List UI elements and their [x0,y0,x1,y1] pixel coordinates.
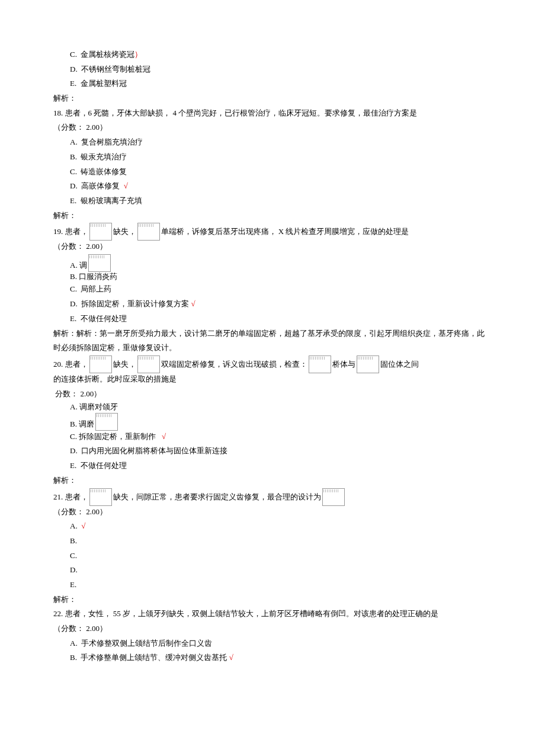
q19-d-text: 拆除固定桥，重新设计修复方案 [81,299,189,308]
q18-d: D. 高嵌体修复 √ [70,179,492,194]
q21-a: A. √ [70,519,492,534]
q20-e-text: 不做任何处理 [81,461,127,470]
q21-d: D. [70,563,492,578]
q19-a: A. 调 [70,254,492,271]
q20-c-mark: √ [162,432,166,441]
q21-score: （分数： 2.00） [53,505,492,520]
parse-17: 解析： [53,91,492,106]
tooth-box-icon [322,488,345,506]
q22-b-text: 手术修整单侧上颌结节、缓冲对侧义齿基托 [81,653,227,662]
q19-a-text: A. 调 [70,260,87,269]
q22-b: B. 手术修整单侧上颌结节、缓冲对侧义齿基托 √ [70,651,492,665]
q19-c-text: 局部上药 [81,284,111,293]
q21-c: C. [70,549,492,563]
q20-score-text: 分数： 2.00） [55,389,101,398]
q18-e: E. 银粉玻璃离子充填 [70,194,492,209]
q21-b: B. [70,534,492,549]
tooth-box-icon [95,413,118,431]
q20-mid4: 固位体之间 [380,360,419,369]
q20-score: 分数： 2.00） [53,387,492,402]
opt-c-text: 金属桩核烤瓷冠 [81,50,134,59]
tooth-box-icon [89,223,112,241]
q18-score: （分数： 2.00） [53,120,492,135]
q18-stem: 18. 患者，6 死髓，牙体大部缺损， 4 个壁尚完好，已行根管治疗，临床牙冠短… [53,106,492,121]
q19-pre: 19. 患者， [53,228,88,236]
opt-d: D. 不锈钢丝弯制桩桩冠 [70,62,492,77]
q19-mid1: 缺失， [113,228,136,236]
q20-stem2: 的连接体折断。此时应采取的措施是 [53,372,492,387]
q21-mid1: 缺失，间隙正常，患者要求行固定义齿修复，最合理的设计为 [113,492,321,501]
q19-d: D. 拆除固定桥，重新设计修复方案 √ [70,297,492,312]
q18-e-text: 银粉玻璃离子充填 [81,196,142,205]
tooth-box-icon [137,223,160,241]
q19-b: B. 口服消炎药 [70,271,492,283]
opt-d-text: 不锈钢丝弯制桩桩冠 [81,65,150,73]
q19-score: （分数： 2.00） [53,239,492,254]
tooth-box-icon [357,355,379,373]
q22-stem: 22. 患者，女性， 55 岁，上颌牙列缺失，双侧上颌结节较大，上前牙区牙槽嵴略… [53,607,492,622]
opt-c: C. 金属桩核烤瓷冠） [70,47,492,62]
q20-mid3: 桥体与 [332,360,355,369]
q21-stem: 21. 患者，缺失，间隙正常，患者要求行固定义齿修复，最合理的设计为 [53,488,492,505]
q19-e: E. 不做任何处理 [70,312,492,326]
tooth-box-icon [309,355,331,373]
opt-e-text: 金属桩塑料冠 [81,79,127,88]
q18-b: B. 银汞充填治疗 [70,150,492,165]
q18-a: A. 复合树脂充填治疗 [70,135,492,150]
q19-d-mark: √ [191,299,195,308]
q18-b-text: 银汞充填治疗 [81,152,127,161]
q21-e: E. [70,578,492,592]
q18-d-text: 高嵌体修复 [81,181,120,190]
opt-c-mark: ） [134,50,142,59]
parse-20: 解析： [53,473,492,488]
parse-21: 解析： [53,592,492,607]
q18-c-text: 铸造嵌体修复 [81,167,127,176]
q21-a-mark: √ [81,521,85,530]
q19-mid2: 单端桥，诉修复后基牙出现疼痛， X 线片检查牙周膜增宽，应做的处理是 [161,228,409,236]
q19-stem: 19. 患者，缺失，单端桥，诉修复后基牙出现疼痛， X 线片检查牙周膜增宽，应做… [53,223,492,239]
parse-18: 解析： [53,209,492,223]
q20-c-text: C. 拆除固定桥，重新制作 [70,432,156,441]
q19-e-text: 不做任何处理 [81,314,127,323]
q20-pre: 20. 患者， [53,360,88,369]
q20-stem: 20. 患者，缺失，双端固定桥修复，诉义齿出现破损，检查：桥体与固位体之间 [53,355,492,372]
opt-e: E. 金属桩塑料冠 [70,76,492,91]
tooth-box-icon [89,488,112,506]
q20-e: E. 不做任何处理 [70,459,492,473]
q22-a: A. 手术修整双侧上颌结节后制作全口义齿 [70,636,492,651]
q18-a-text: 复合树脂充填治疗 [81,137,143,146]
q20-b-text: B. 调磨 [70,419,94,428]
q18-d-mark: √ [124,181,128,190]
q20-mid2: 双端固定桥修复，诉义齿出现破损，检查： [161,360,307,369]
q22-b-mark: √ [229,653,233,662]
q20-b: B. 调磨 [70,413,492,430]
q22-a-text: 手术修整双侧上颌结节后制作全口义齿 [81,639,212,648]
tooth-box-icon [137,355,160,373]
q20-d-text: 口内用光固化树脂将桥体与固位体重新连接 [81,446,227,455]
q18-c: C. 铸造嵌体修复 [70,165,492,180]
tooth-box-icon [88,254,111,272]
q20-a: A. 调磨对颌牙 [70,401,492,413]
q19-c: C. 局部上药 [70,282,492,297]
q20-d: D. 口内用光固化树脂将桥体与固位体重新连接 [70,444,492,459]
q22-score: （分数： 2.00） [53,622,492,636]
q20-c: C. 拆除固定桥，重新制作 √ [70,430,492,444]
q21-pre: 21. 患者， [53,492,88,501]
q20-mid1: 缺失， [113,360,136,369]
tooth-box-icon [89,355,112,373]
parse-19: 解析：解析：第一磨牙所受殆力最大，设计第二磨牙的单端固定桥，超越了基牙承受的限度… [53,326,492,355]
